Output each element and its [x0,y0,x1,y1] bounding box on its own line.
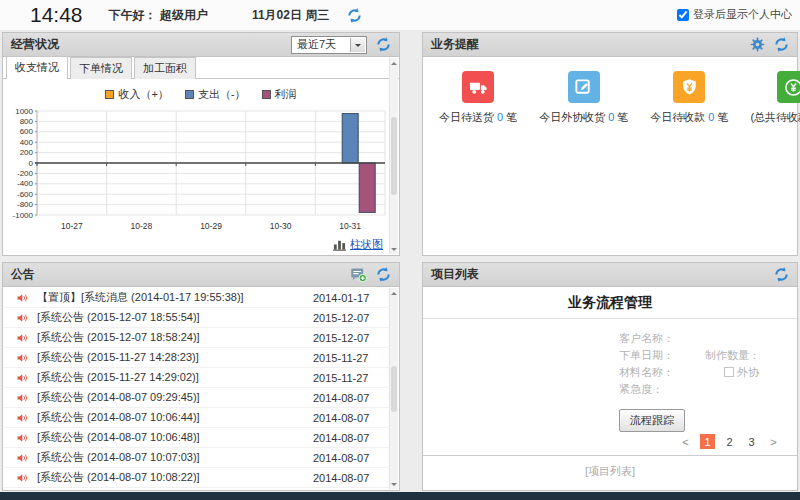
announcement-row[interactable]: [系统公告 (2014-08-07 09:29:45)]2014-08-07 [4,388,389,408]
order-date-label: 下单日期： [619,348,705,362]
personal-center-checkbox[interactable] [677,9,689,21]
speaker-icon [16,392,28,404]
announcement-row[interactable]: [系统公告 (2014-08-07 10:06:48)]2014-08-07 [4,428,389,448]
announcement-row[interactable]: [系统公告 (2014-08-07 10:06:44)]2014-08-07 [4,408,389,428]
announcement-text: [系统公告 (2015-11-27 14:28:23)] [37,350,304,365]
coin-yuan-icon [784,78,800,97]
announcement-date: 2014-08-07 [313,432,389,444]
svg-text:1000: 1000 [15,107,33,116]
tile-label-suffix: 笔 [617,111,628,123]
legend-item: 收入（+） [105,87,168,102]
scrollbar-thumb[interactable] [391,366,397,412]
add-announcement-icon[interactable] [350,266,367,283]
business-status-header: 经营状况 最近7天 [3,33,399,57]
scroll-up-icon[interactable] [390,288,398,297]
legend-swatch [185,90,194,99]
announcement-date: 2014-08-07 [313,392,389,404]
announcement-text: [系统公告 (2014-08-07 10:06:44)] [37,410,304,425]
refresh-icon[interactable] [347,8,362,23]
legend-item: 利润 [262,87,297,102]
tile-label: 今日待送货0笔 [439,110,517,125]
panel-scrollbar[interactable] [389,288,398,489]
announcement-text: [系统公告 (2015-12-07 18:58:24)] [37,330,304,345]
announcement-row[interactable]: [系统公告 (2015-11-27 14:29:02)]2015-11-27 [4,368,389,388]
panel-scrollbar[interactable] [389,58,398,254]
reminders-panel: 业务提醒 今日待送货0笔今日外协收货0笔今日待收款0笔4(总共待收款4笔) [422,32,798,256]
projects-header: 项目列表 [423,263,797,287]
speaker-icon [16,432,28,444]
pagination-next[interactable]: > [766,434,781,449]
tab-收支情况[interactable]: 收支情况 [6,56,68,79]
gear-icon[interactable] [750,37,765,52]
svg-text:10-31: 10-31 [339,221,361,231]
reminder-tile[interactable]: 4(总共待收款4笔) [750,71,800,125]
announcement-date: 2014-08-07 [313,472,389,484]
announcement-row[interactable]: [系统公告 (2014-08-07 10:08:22)]2014-08-07 [4,468,389,488]
business-status-panel: 经营状况 最近7天 收支情况下单情况加工面积 收入（+）支出（-）利润 -100… [2,32,400,256]
announcement-row[interactable]: [系统公告 (2015-12-07 18:58:24)]2015-12-07 [4,328,389,348]
select-arrow-button[interactable] [350,38,365,52]
bar-chart-link[interactable]: 柱状图 [350,237,383,252]
process-form: 客户名称： 下单日期： 制作数量： 材料名称： 外协 紧急度： [619,331,797,396]
tile-label-prefix: 今日待收款 [650,111,705,123]
outsource-checkbox[interactable] [724,367,734,377]
reminders-header: 业务提醒 [423,33,797,57]
speaker-icon [16,292,28,304]
announcement-row[interactable]: [系统公告 (2015-12-07 18:55:54)]2015-12-07 [4,308,389,328]
reminders-title: 业务提醒 [431,36,741,53]
projects-panel: 项目列表 业务流程管理 客户名称： 下单日期： 制作数量： 材料名称： 外协 紧… [422,262,798,491]
svg-text:-600: -600 [17,190,34,199]
announcement-date: 2014-01-17 [313,292,389,304]
customer-name-label: 客户名称： [619,331,705,345]
legend-swatch [105,90,114,99]
svg-text:10-30: 10-30 [270,221,292,231]
pagination-page[interactable]: 3 [744,434,759,449]
tile-label-prefix: (总共待收款 [750,111,800,123]
bar-chart-icon [333,238,346,251]
svg-text:600: 600 [20,127,34,136]
refresh-icon[interactable] [376,37,391,52]
greeting: 下午好： 超级用户 [109,7,208,24]
announcement-date: 2015-11-27 [313,352,389,364]
legend-swatch [262,90,271,99]
top-bar: 14:48 下午好： 超级用户 11月02日 周三 登录后显示个人中心 [0,0,800,30]
refresh-icon[interactable] [774,267,789,282]
pagination-prev[interactable]: < [678,434,693,449]
reminder-tile[interactable]: 今日外协收货0笔 [539,71,628,125]
pagination: <123> [678,434,781,449]
username: 超级用户 [160,8,208,22]
speaker-icon [16,352,28,364]
reminder-tile[interactable]: 今日待收款0笔 [650,71,728,125]
announcement-row[interactable]: [系统公告 (2015-11-27 14:28:23)]2015-11-27 [4,348,389,368]
speaker-icon [16,332,28,344]
projects-title: 项目列表 [431,266,765,283]
scrollbar-thumb[interactable] [391,117,397,195]
scroll-down-icon[interactable] [390,480,398,489]
svg-text:-200: -200 [17,169,34,178]
pagination-page[interactable]: 2 [722,434,737,449]
refresh-icon[interactable] [774,37,789,52]
tab-下单情况[interactable]: 下单情况 [70,57,132,79]
reminder-tile[interactable]: 今日待送货0笔 [439,71,517,125]
refresh-icon[interactable] [376,267,391,282]
process-track-button[interactable]: 流程跟踪 [619,409,685,432]
pagination-page[interactable]: 1 [700,434,715,449]
date-range-select[interactable]: 最近7天 [291,36,367,54]
svg-text:400: 400 [20,138,34,147]
scroll-down-icon[interactable] [390,245,398,254]
svg-text:10-27: 10-27 [61,221,83,231]
announcement-row[interactable]: 【置顶】[系统消息 (2014-01-17 19:55:38)]2014-01-… [4,288,389,308]
speaker-icon [16,412,28,424]
personal-center-toggle[interactable]: 登录后显示个人中心 [677,7,792,22]
announcement-list: 【置顶】[系统消息 (2014-01-17 19:55:38)]2014-01-… [4,288,389,489]
svg-text:-1000: -1000 [13,211,34,220]
chart-legend: 收入（+）支出（-）利润 [3,87,399,102]
scroll-up-icon[interactable] [390,58,398,67]
tile-icon-box [462,71,494,103]
date-range-value: 最近7天 [297,37,336,52]
tab-加工面积[interactable]: 加工面积 [134,57,196,79]
announcement-row[interactable]: [系统公告 (2014-08-07 10:07:03)]2014-08-07 [4,448,389,468]
tile-label-suffix: 笔 [717,111,728,123]
tile-icon-box [568,71,600,103]
legend-label: 收入（+） [118,87,168,102]
